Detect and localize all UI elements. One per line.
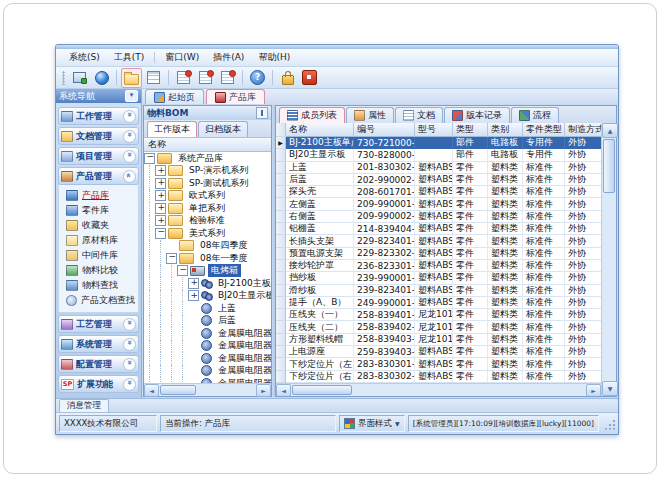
version-tab-1[interactable]: 归档版本 [198,121,248,137]
tree-node-1[interactable]: SP-演示机系列 [144,165,271,178]
toolbar-button-new-doc-icon[interactable] [217,68,238,88]
sidebar-group-6[interactable]: 配置管理 [58,355,139,373]
tree-node-4[interactable]: 单把系列 [144,202,271,215]
toolbar-button-open-folder-icon[interactable] [121,68,142,88]
version-tab-0[interactable]: 工作版本 [147,121,197,137]
table-row[interactable]: 探头壳208-601701-01X塑料ABS零件塑料类标准件外协条 [276,186,601,198]
scroll-right-icon[interactable]: ► [586,384,601,396]
sidebar-group-4[interactable]: 工艺管理 [58,315,139,333]
doc-tab-1[interactable]: 产品库 [206,89,265,104]
tree-column-header[interactable]: 名称 [144,137,271,152]
chevron-down-icon[interactable] [123,130,136,143]
sidebar-group-1[interactable]: 文档管理 [58,127,139,145]
scroll-up-icon[interactable]: ▲ [602,123,618,138]
tree-hscroll-thumb[interactable] [160,385,196,395]
table-hscroll-thumb[interactable] [292,385,352,395]
table-row[interactable]: ▶BJ-2100主板单点730-721000-12X部件电路板专用件外协颗 [276,137,601,149]
expander-plus-icon[interactable] [155,215,166,226]
table-row[interactable]: 挡纱板239-990001-01X塑料ABS零件塑料类标准件外协条 [276,272,601,284]
column-header-5[interactable]: 零件类型 [523,123,565,137]
tree-node-0[interactable]: 系统产品库 [144,152,271,165]
table-row[interactable]: 上电源座259-839403-00X塑料ABS零件塑料类标准件外协条 [276,346,601,358]
tree-node-5[interactable]: 检验标准 [144,215,271,228]
table-row[interactable]: 提手（A、B）249-990001-01X塑料ABS零件塑料类标准件外协条 [276,297,601,309]
sidebar-item-2[interactable]: 收藏夹 [59,218,138,233]
expander-plus-icon[interactable] [155,165,166,176]
toolbar-button-new-product-icon[interactable] [173,68,194,88]
tree-node-3[interactable]: 欧式系列 [144,190,271,203]
table-row[interactable]: 右侧盖209-990002-01X塑料ABS零件塑料类标准件外协条 [276,211,601,223]
table-row[interactable]: 下纱定位片（右）283-830302-00X塑料ABS零件塑料类标准件外协条 [276,371,601,383]
table-row[interactable]: BJ20主显示板730-828000-04X部件电路板专用件外协颗 [276,149,601,161]
toolbar-grip[interactable] [62,71,65,85]
table-row[interactable]: 左侧盖209-990001-01X塑料ABS零件塑料类标准件外协条 [276,198,601,210]
column-header-2[interactable]: 型号 [415,123,453,137]
menu-item-4[interactable]: 帮助(H) [251,49,297,66]
ui-style-dropdown[interactable]: 界面样式 ▼ [339,415,405,432]
tree-node-13[interactable]: 后盖 [144,315,271,328]
table-row[interactable]: 滑纱板239-823401-00X塑料ABS零件塑料类标准件外协条 [276,285,601,297]
table-row[interactable]: 下纱定位片（左）283-830301-00X塑料ABS零件塑料类标准件外协条 [276,358,601,370]
chevron-down-icon[interactable] [123,378,136,391]
column-header-4[interactable]: 类别 [488,123,523,137]
table-vertical-scrollbar[interactable]: ▲ ▼ [601,123,616,396]
pin-icon[interactable] [256,107,268,119]
table-row[interactable]: 后盖202-990002-01X塑料ABS零件塑料类标准件外协条 [276,174,601,186]
sidebar-item-1[interactable]: 零件库 [59,203,138,218]
detail-tab-1[interactable]: 属性 [346,107,394,123]
expander-plus-icon[interactable] [155,178,166,189]
tree-node-17[interactable]: 金属膜电阻器 [144,365,271,378]
expander-minus-icon[interactable] [144,153,155,164]
tree-node-2[interactable]: SP-测试机系列 [144,177,271,190]
tree-node-11[interactable]: BJ20主显示板 [144,290,271,303]
tree-node-14[interactable]: 金属膜电阻器 [144,327,271,340]
sidebar-item-6[interactable]: 物料查找 [59,278,138,293]
tree-node-8[interactable]: 08年一季度 [144,252,271,265]
scroll-left-icon[interactable]: ◄ [144,384,159,397]
message-tab[interactable]: 消息管理 [59,399,109,412]
table-row[interactable]: 接纱轮护罩236-823301-00X塑料ABS零件塑料类标准件外协条 [276,260,601,272]
toolbar-button-help-icon[interactable] [247,68,268,88]
resize-grip[interactable] [603,418,615,430]
toolbar-button-lock-icon[interactable] [277,68,298,88]
tree-node-10[interactable]: BJ-2100主板单点 [144,277,271,290]
sidebar-item-3[interactable]: 原材料库 [59,233,138,248]
expander-minus-icon[interactable] [166,253,177,264]
expander-plus-icon[interactable] [155,190,166,201]
detail-tab-3[interactable]: 版本记录 [444,107,510,123]
tree-node-15[interactable]: 金属膜电阻器 [144,340,271,353]
menu-item-1[interactable]: 工具(T) [107,49,152,66]
column-header-0[interactable]: 名称 [286,123,354,137]
sidebar-item-5[interactable]: 物料比较 [59,263,138,278]
menu-item-2[interactable]: 窗口(W) [158,49,206,66]
expander-plus-icon[interactable] [188,278,199,289]
sidebar-item-4[interactable]: 中间件库 [59,248,138,263]
sidebar-options-button[interactable]: ▾ [125,90,138,102]
detail-tab-0[interactable]: 成员列表 [279,107,345,123]
tree-horizontal-scrollbar[interactable]: ◄ ► [144,383,271,396]
chevron-down-icon[interactable] [123,318,136,331]
tree-node-12[interactable]: 上盖 [144,302,271,315]
chevron-down-icon[interactable] [123,358,136,371]
table-row[interactable]: 方形塑料线帽258-839403-00X尼龙1010零件塑料类标准件外协条 [276,334,601,346]
menu-item-3[interactable]: 插件(A) [206,49,251,66]
detail-tab-2[interactable]: 文档 [395,107,443,123]
chevron-down-icon[interactable] [123,110,136,123]
sidebar-group-3[interactable]: 产品管理 [58,167,139,185]
sidebar-group-7[interactable]: SP扩展功能 [58,375,139,393]
scroll-right-icon[interactable]: ► [256,384,271,397]
table-horizontal-scrollbar[interactable]: ◄ ► [276,383,601,396]
chevron-down-icon[interactable] [123,338,136,351]
sidebar-group-0[interactable]: 工作管理 [58,107,139,125]
table-row[interactable]: 压线夹（二）258-839402-00X尼龙1010零件塑料类标准件外协条 [276,321,601,333]
scroll-left-icon[interactable]: ◄ [276,384,291,396]
toolbar-button-exit-icon[interactable] [299,68,320,88]
table-row[interactable]: 预置电源支架229-823302-00X塑料ABS零件塑料类标准件外协条 [276,248,601,260]
toolbar-button-globe-icon[interactable] [91,68,112,88]
table-row[interactable]: 压线夹（一）258-839401-00X尼龙1010零件塑料类标准件外协条 [276,309,601,321]
tree-node-16[interactable]: 金属膜电阻器 [144,352,271,365]
column-header-1[interactable]: 编号 [354,123,415,137]
menu-item-0[interactable]: 系统(S) [62,49,107,66]
detail-tab-4[interactable]: 流程 [511,107,559,123]
column-header-6[interactable]: 制造方式 [565,123,601,137]
